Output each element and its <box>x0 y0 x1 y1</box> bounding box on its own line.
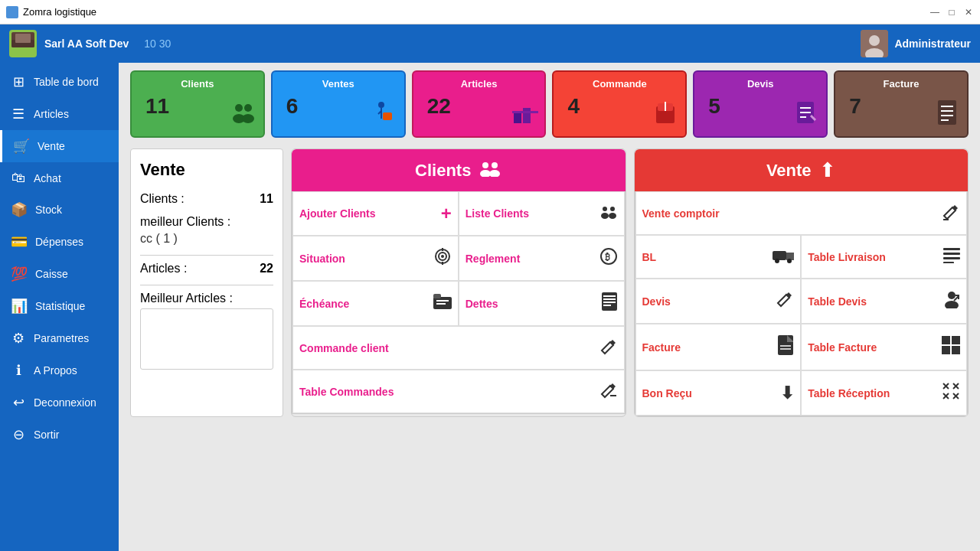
ajouter-clients-button[interactable]: Ajouter Clients + <box>292 191 459 236</box>
sidebar-label-statistique: Statistique <box>35 300 85 312</box>
app-icon <box>6 6 18 18</box>
vente-comptoir-label: Vente comptoir <box>642 207 720 220</box>
table-livraison-label: Table Livraison <box>808 251 886 263</box>
sidebar-item-deconnexion[interactable]: ↩ Deconnexion <box>0 386 119 419</box>
bl-button[interactable]: BL <box>635 235 802 279</box>
grid-table-icon <box>942 336 960 358</box>
facture-button[interactable]: Facture <box>635 324 802 370</box>
sidebar-item-caisse[interactable]: 💯 Caisse <box>0 258 119 290</box>
table-commandes-button[interactable]: Table Commandes <box>292 370 625 413</box>
stat-value-devis: 5 <box>708 94 720 119</box>
folder-icon <box>433 294 452 313</box>
svg-rect-13 <box>383 112 392 120</box>
ajouter-clients-label: Ajouter Clients <box>299 207 376 220</box>
table-reception-button[interactable]: Table Réception <box>801 370 967 416</box>
vente-section: Vente Clients : 11 meilleur Clients : cc… <box>130 148 969 417</box>
svg-rect-16 <box>512 111 538 113</box>
title-bar-controls: — □ ✕ <box>929 7 974 18</box>
app-title: Zomra logistique <box>23 6 96 18</box>
stat-value-facture: 7 <box>849 94 861 119</box>
sidebar-item-sortir[interactable]: ⊖ Sortir <box>0 419 119 451</box>
commande-client-button[interactable]: Commande client <box>292 326 625 370</box>
liste-clients-button[interactable]: Liste Clients <box>459 191 625 236</box>
panels-row: Clients <box>291 148 969 417</box>
svg-point-63 <box>945 301 959 308</box>
table-livraison-button[interactable]: Table Livraison <box>801 235 967 279</box>
app-body: ⊞ Table de bord ☰ Articles 🛒 Vente 🛍 Ach… <box>0 63 980 551</box>
echeance-button[interactable]: Échéance <box>292 281 459 326</box>
stat-card-ventes: Ventes 6 <box>271 70 406 138</box>
sidebar-item-parametres[interactable]: ⚙ Parametres <box>0 322 119 354</box>
reglement-button[interactable]: Reglement ₿ <box>459 236 625 281</box>
vente-articles-box <box>140 308 273 370</box>
table-devis-label: Table Devis <box>808 295 867 308</box>
vente-meilleur-clients-label: meilleur Clients : <box>140 215 273 229</box>
clients-header: Clients <box>292 149 626 191</box>
sidebar-item-table-de-bord[interactable]: ⊞ Table de bord <box>0 66 119 98</box>
sidebar-label-a-propos: A Propos <box>34 364 77 377</box>
maximize-button[interactable]: □ <box>946 7 957 18</box>
clients-grid: Ajouter Clients + Liste Clients <box>292 191 626 414</box>
svg-point-33 <box>603 207 607 211</box>
sidebar-label-parametres: Parametres <box>34 332 89 344</box>
stat-value-clients: 11 <box>145 94 169 119</box>
svg-point-10 <box>378 102 384 108</box>
echeance-label: Échéance <box>299 298 349 310</box>
clients-section: Clients <box>291 148 626 417</box>
stat-card-facture: Facture 7 <box>834 70 969 138</box>
close-button[interactable]: ✕ <box>963 7 974 18</box>
bon-recu-label: Bon Reçu <box>642 387 692 399</box>
grid-icon: ⊞ <box>11 73 26 90</box>
situation-button[interactable]: Situation <box>292 236 459 281</box>
svg-point-6 <box>235 104 243 112</box>
vente-comptoir-button[interactable]: Vente comptoir <box>635 191 968 235</box>
list-icon: ☰ <box>11 106 26 122</box>
vente-meilleur-clients-field: meilleur Clients : cc ( 1 ) <box>140 215 273 246</box>
svg-rect-15 <box>523 108 531 123</box>
sidebar-label-articles: Articles <box>34 108 69 120</box>
person-icon <box>943 290 960 312</box>
vente-clients-value: 11 <box>260 192 273 206</box>
bl-label: BL <box>642 251 657 263</box>
svg-point-62 <box>948 292 956 299</box>
sidebar-item-a-propos[interactable]: ℹ A Propos <box>0 354 119 386</box>
svg-rect-47 <box>436 303 446 305</box>
reglement-label: Reglement <box>466 253 521 265</box>
devis-button[interactable]: Devis <box>635 279 802 324</box>
table-devis-button[interactable]: Table Devis <box>801 279 967 324</box>
admin-avatar <box>861 30 888 57</box>
vente-subsection: Vente ⬆ Vente comptoir <box>634 148 969 417</box>
svg-point-31 <box>480 170 491 177</box>
header-time: 10 30 <box>144 37 171 50</box>
bitcoin-icon: ₿ <box>599 247 618 269</box>
stat-card-commande: Commande 4 <box>552 70 687 138</box>
chart-icon: 📊 <box>11 298 28 315</box>
table-facture-button[interactable]: Table Facture <box>801 324 967 370</box>
table-reception-label: Table Réception <box>808 387 890 399</box>
file-icon <box>777 335 794 359</box>
vente-subsection-header: Vente ⬆ <box>635 149 969 191</box>
svg-point-34 <box>610 207 615 211</box>
minimize-button[interactable]: — <box>929 7 940 18</box>
bon-recu-button[interactable]: Bon Reçu ⬇ <box>635 370 802 416</box>
stat-label-devis: Devis <box>702 78 818 90</box>
header-logo <box>9 30 37 57</box>
sidebar-item-depenses[interactable]: 💳 Dépenses <box>0 226 119 258</box>
svg-rect-69 <box>952 336 960 344</box>
sidebar-item-achat[interactable]: 🛍 Achat <box>0 162 119 194</box>
vente-clients-field: Clients : 11 <box>140 192 273 206</box>
sidebar-item-vente[interactable]: 🛒 Vente <box>0 130 119 162</box>
table-facture-label: Table Facture <box>808 341 877 354</box>
sidebar-item-articles[interactable]: ☰ Articles <box>0 98 119 130</box>
sidebar-item-statistique[interactable]: 📊 Statistique <box>0 290 119 322</box>
sidebar-label-caisse: Caisse <box>35 268 68 280</box>
sidebar-item-stock[interactable]: 📦 Stock <box>0 194 119 226</box>
devis-icon <box>792 99 820 132</box>
stat-cards: Clients 11 Ventes 6 <box>130 70 969 138</box>
dettes-button[interactable]: Dettes <box>459 281 625 326</box>
stat-value-commande: 4 <box>567 94 580 119</box>
clients-header-label: Clients <box>415 161 471 181</box>
vente-articles-label: Articles : <box>140 262 187 275</box>
svg-point-36 <box>609 213 616 219</box>
vente-meilleur-articles-label: Meilleur Articles : <box>140 292 273 305</box>
